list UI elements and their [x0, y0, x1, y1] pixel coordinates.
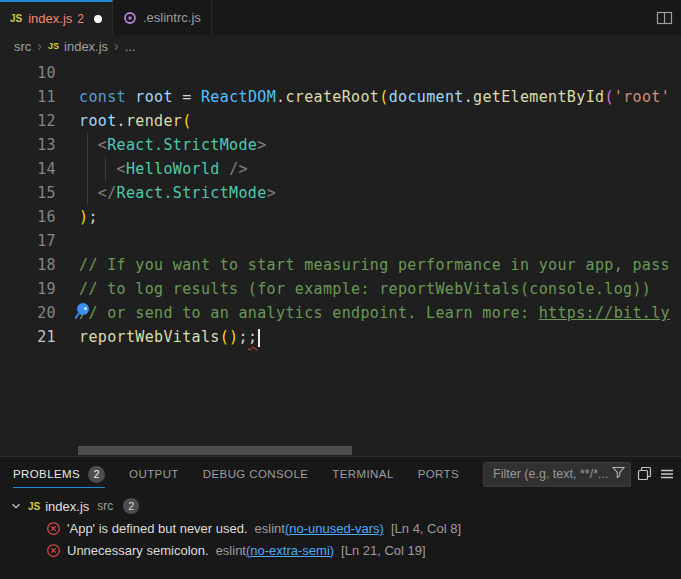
code-line[interactable]: const root = ReactDOM.createRoot(documen…: [79, 85, 681, 109]
code-token: document: [389, 88, 464, 106]
editor-actions: [647, 0, 681, 35]
code-token: reportWebVitals: [79, 328, 220, 346]
tab-index-js[interactable]: JS index.js 2: [0, 0, 113, 35]
panel-tab-debug-console[interactable]: DEBUG CONSOLE: [203, 457, 309, 491]
problem-rule-link[interactable]: (no-unused-vars): [285, 521, 384, 536]
bottom-panel: PROBLEMS2OUTPUTDEBUG CONSOLETERMINALPORT…: [0, 456, 681, 579]
line-number: 16: [0, 205, 56, 229]
code-token: =: [173, 88, 201, 106]
code-token: const: [79, 88, 135, 106]
code-token: ;: [238, 328, 247, 346]
code-line[interactable]: [79, 229, 681, 253]
line-number: 14: [0, 157, 56, 181]
code-token: <: [98, 136, 107, 154]
panel-tab-label: DEBUG CONSOLE: [203, 468, 309, 480]
filter-funnel-icon: [611, 465, 626, 483]
code-token: >: [257, 136, 266, 154]
code-token: React.StrictMode: [117, 184, 267, 202]
problem-row[interactable]: 'App' is defined but never used.eslint(n…: [0, 517, 681, 539]
line-number: 13: [0, 133, 56, 157]
code-token: // If you want to start measuring perfor…: [79, 256, 670, 274]
code-token: </: [98, 184, 117, 202]
eslint-icon: [123, 11, 137, 25]
code-token: ): [79, 208, 88, 226]
code-token: 'root': [614, 88, 670, 106]
code-token: [79, 136, 98, 154]
split-editor-icon[interactable]: [653, 7, 675, 29]
panel-tabs: PROBLEMS2OUTPUTDEBUG CONSOLETERMINALPORT…: [0, 457, 681, 491]
panel-tab-label: PROBLEMS: [13, 468, 80, 480]
code-token: root: [135, 88, 173, 106]
panel-tab-terminal[interactable]: TERMINAL: [332, 457, 393, 491]
javascript-file-icon: JS: [10, 13, 22, 24]
line-number: 20: [0, 301, 56, 325]
tab-eslintrc-js[interactable]: .eslintrc.js: [113, 0, 212, 35]
code-token: <: [117, 160, 126, 178]
filter-input[interactable]: [491, 466, 611, 482]
annotation-pin-icon[interactable]: [77, 303, 89, 315]
problem-row[interactable]: Unnecessary semicolon.eslint(no-extra-se…: [0, 539, 681, 561]
code-token: createRoot: [285, 88, 379, 106]
breadcrumb-folder[interactable]: src: [14, 39, 31, 54]
code-token: HelloWorld: [126, 160, 220, 178]
panel-tab-output[interactable]: OUTPUT: [129, 457, 179, 491]
problems-file-row[interactable]: JS index.js src 2: [0, 495, 681, 517]
code-line[interactable]: reportWebVitals();;: [79, 325, 681, 349]
code-token: React.StrictMode: [107, 136, 257, 154]
code-token: // or send to an analytics endpoint. Lea…: [79, 304, 539, 322]
code-token: render: [126, 112, 182, 130]
code-token: ;: [248, 328, 257, 346]
code-token: [79, 184, 98, 202]
code-token: .: [464, 88, 473, 106]
code-token: ;: [88, 208, 97, 226]
problem-source: eslint: [216, 543, 246, 558]
javascript-file-icon: JS: [48, 41, 59, 51]
code-line[interactable]: [79, 61, 681, 85]
code-token: .: [276, 88, 285, 106]
panel-tab-problems[interactable]: PROBLEMS2: [13, 457, 105, 491]
problems-count-badge: 2: [123, 498, 139, 514]
code-line[interactable]: );: [79, 205, 681, 229]
code-token: (: [604, 88, 613, 106]
code-editor[interactable]: 101112131415161718192021 const root = Re…: [0, 57, 681, 456]
horizontal-scrollbar[interactable]: [78, 446, 352, 455]
chevron-down-icon[interactable]: [8, 499, 24, 513]
code-line[interactable]: <HelloWorld />: [79, 157, 681, 181]
modified-dot-icon[interactable]: [94, 15, 102, 23]
code-line[interactable]: <React.StrictMode>: [79, 133, 681, 157]
code-line[interactable]: root.render(: [79, 109, 681, 133]
tab-label: index.js: [28, 11, 72, 26]
code-token: .: [117, 112, 126, 130]
breadcrumb-file[interactable]: index.js: [64, 39, 108, 54]
code-token: [220, 160, 229, 178]
line-number: 15: [0, 181, 56, 205]
code-token: root: [79, 112, 117, 130]
line-number: 21: [0, 325, 56, 349]
problems-filter[interactable]: [483, 462, 631, 487]
panel-tab-label: TERMINAL: [332, 468, 393, 480]
breadcrumb-more[interactable]: ...: [125, 39, 136, 54]
menu-lines-icon[interactable]: [659, 463, 675, 485]
chevron-right-icon: ›: [37, 39, 42, 53]
code-token: (): [220, 328, 239, 346]
tab-problem-count: 2: [77, 12, 84, 26]
problem-rule-link[interactable]: (no-extra-semi): [246, 543, 334, 558]
code-line[interactable]: // to log results (for example: reportWe…: [79, 277, 681, 301]
tab-label: .eslintrc.js: [143, 10, 201, 25]
code-line[interactable]: // If you want to start measuring perfor…: [79, 253, 681, 277]
code-token: // to log results (for example: reportWe…: [79, 280, 651, 298]
code-token: (: [379, 88, 388, 106]
copy-icon[interactable]: [637, 463, 653, 485]
chevron-right-icon: ›: [114, 39, 119, 53]
error-icon: [46, 521, 61, 536]
code-token: ReactDOM: [201, 88, 276, 106]
line-numbers: 101112131415161718192021: [0, 61, 56, 349]
code-token: [79, 160, 117, 178]
problem-location: [Ln 21, Col 19]: [341, 543, 426, 558]
problem-location: [Ln 4, Col 8]: [391, 521, 461, 536]
code-line[interactable]: // or send to an analytics endpoint. Lea…: [79, 301, 681, 325]
code-line[interactable]: </React.StrictMode>: [79, 181, 681, 205]
line-number: 12: [0, 109, 56, 133]
panel-tab-ports[interactable]: PORTS: [418, 457, 459, 491]
javascript-file-icon: JS: [28, 501, 40, 512]
